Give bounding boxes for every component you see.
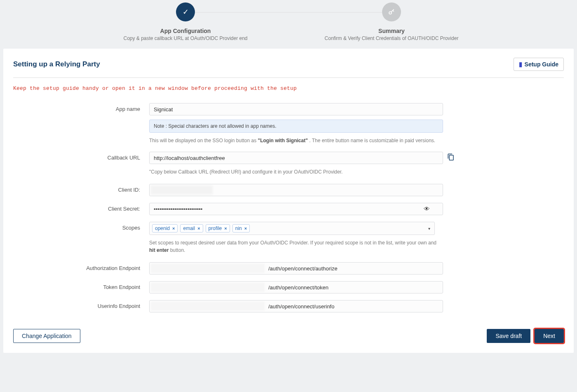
card-header: Setting up a Relying Party ▮ Setup Guide (13, 58, 564, 78)
redacted-overlay (151, 302, 265, 311)
eye-icon[interactable]: 👁 (424, 205, 430, 212)
scopes-help: Set scopes to request desired user data … (149, 239, 443, 254)
row-client-secret: Client Secret: 👁 (13, 203, 564, 215)
chip-remove-icon[interactable]: × (197, 226, 200, 231)
label-auth-endpoint: Authorization Endpoint (13, 262, 149, 271)
label-client-id: Client ID: (13, 184, 149, 193)
chevron-down-icon[interactable]: ▾ (428, 226, 430, 231)
chip-remove-icon[interactable]: × (172, 226, 175, 231)
chip-remove-icon[interactable]: × (244, 226, 247, 231)
client-secret-input[interactable] (149, 203, 443, 215)
step-subtitle: Confirm & Verify Client Credentials of O… (325, 35, 459, 41)
key-icon (382, 2, 401, 21)
setup-warning-text: Keep the setup guide handy or open it in… (13, 85, 564, 92)
step-summary[interactable]: Summary Confirm & Verify Client Credenti… (288, 2, 495, 41)
scope-chip-profile[interactable]: profile× (206, 224, 230, 232)
chip-label: profile (209, 225, 222, 231)
setup-card: Setting up a Relying Party ▮ Setup Guide… (3, 49, 574, 353)
chip-label: nin (235, 225, 242, 231)
setup-guide-label: Setup Guide (525, 61, 558, 68)
help-text-part: Set scopes to request desired user data … (149, 240, 436, 246)
save-draft-button[interactable]: Save draft (487, 329, 530, 343)
callback-url-input[interactable] (149, 152, 443, 164)
row-auth-endpoint: Authorization Endpoint (13, 262, 564, 275)
next-button[interactable]: Next (535, 329, 564, 343)
copy-icon[interactable] (447, 153, 455, 163)
card-footer: Change Application Save draft Next (13, 329, 564, 343)
step-title: App Configuration (160, 28, 211, 34)
chip-remove-icon[interactable]: × (224, 226, 227, 231)
redacted-overlay (151, 264, 265, 273)
check-icon: ✓ (176, 2, 195, 21)
scope-chip-email[interactable]: email× (180, 224, 203, 232)
book-icon: ▮ (519, 61, 522, 68)
callback-help: "Copy below Callback URL (Redirect URI) … (149, 168, 443, 176)
page-title: Setting up a Relying Party (13, 60, 100, 68)
stepper-inner: ✓ App Configuration Copy & paste callbac… (82, 2, 495, 41)
row-app-name: App name Note : Special characters are n… (13, 103, 564, 144)
step-app-configuration[interactable]: ✓ App Configuration Copy & paste callbac… (82, 2, 288, 41)
app-name-help: This will be displayed on the SSO login … (149, 137, 443, 144)
scope-chip-openid[interactable]: openid× (152, 224, 178, 232)
row-callback-url: Callback URL "Copy below Callback URL (R… (13, 152, 564, 176)
scopes-multiselect[interactable]: openid× email× profile× nin× ▾ (149, 222, 435, 235)
step-title: Summary (378, 28, 405, 34)
label-client-secret: Client Secret: (13, 203, 149, 212)
app-name-input[interactable] (149, 103, 443, 115)
help-text-part: . The entire button name is customizable… (309, 138, 435, 143)
help-text-bold: hit enter (149, 247, 169, 253)
label-app-name: App name (13, 103, 149, 112)
scope-chip-nin[interactable]: nin× (232, 224, 250, 232)
row-token-endpoint: Token Endpoint (13, 281, 564, 293)
help-text-part: This will be displayed on the SSO login … (149, 138, 258, 143)
change-application-button[interactable]: Change Application (13, 329, 80, 343)
stepper: ✓ App Configuration Copy & paste callbac… (0, 0, 577, 49)
redacted-overlay (151, 283, 265, 292)
label-scopes: Scopes (13, 222, 149, 231)
redacted-overlay (151, 185, 213, 195)
chip-label: email (183, 225, 195, 231)
row-scopes: Scopes openid× email× profile× nin× ▾ Se… (13, 222, 564, 254)
row-client-id: Client ID: (13, 184, 564, 196)
app-name-note: Note : Special characters are not allowe… (149, 120, 443, 133)
label-callback-url: Callback URL (13, 152, 149, 161)
help-text-part: button. (170, 247, 185, 253)
label-token-endpoint: Token Endpoint (13, 281, 149, 290)
chip-label: openid (155, 225, 170, 231)
label-userinfo-endpoint: Userinfo Endpoint (13, 300, 149, 309)
help-text-bold: "Login with Signicat" (258, 138, 307, 143)
step-subtitle: Copy & paste callback URL at OAuth/OIDC … (123, 35, 247, 41)
setup-guide-button[interactable]: ▮ Setup Guide (514, 58, 564, 71)
row-userinfo-endpoint: Userinfo Endpoint (13, 300, 564, 312)
